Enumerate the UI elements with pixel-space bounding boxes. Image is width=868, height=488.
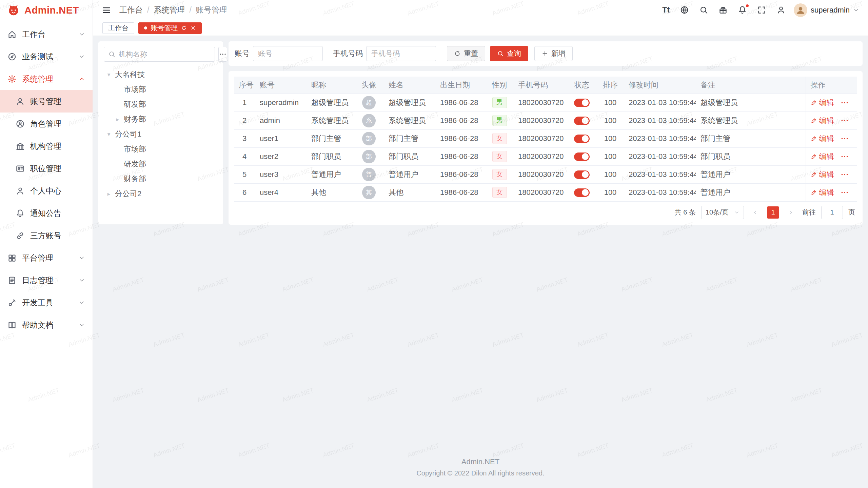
row-more-button[interactable] [840, 170, 849, 179]
reset-button[interactable]: 重置 [447, 46, 485, 61]
column-header: 昵称 [307, 77, 354, 94]
tree-row[interactable]: 市场部 [113, 142, 218, 157]
column-header: 姓名 [384, 77, 435, 94]
tree-row[interactable]: 研发部 [113, 157, 218, 171]
org-search-input[interactable] [119, 50, 211, 58]
tab-refresh-icon[interactable] [181, 25, 187, 31]
tree-row[interactable]: ▾大名科技 [104, 67, 218, 82]
tree-row[interactable]: ▾分公司1 [104, 127, 218, 142]
page-number[interactable]: 1 [767, 206, 779, 219]
sidebar-item-gear[interactable]: 系统管理 [0, 68, 93, 90]
edit-button[interactable]: 编辑 [811, 169, 834, 180]
status-toggle[interactable] [574, 117, 590, 125]
tab-active[interactable]: 账号管理 [138, 22, 202, 34]
tab-item[interactable]: 工作台 [102, 22, 134, 34]
cell-sort: 100 [597, 111, 624, 129]
cell-actions: 编辑 [806, 165, 857, 183]
tree-node-label: 大名科技 [115, 69, 145, 80]
row-actions: 编辑 [811, 116, 853, 126]
sidebar-item-role[interactable]: 角色管理 [0, 113, 93, 135]
username: superadmin [811, 6, 850, 15]
cell-index: 5 [234, 165, 255, 183]
cell-gender: 男 [486, 94, 513, 111]
tree-caret-icon[interactable]: ▸ [105, 190, 113, 198]
status-toggle[interactable] [574, 152, 590, 161]
tree-caret-icon[interactable]: ▸ [114, 116, 121, 123]
edit-button[interactable]: 编辑 [811, 134, 834, 144]
sidebar-item-book[interactable]: 帮助文档 [0, 314, 93, 336]
tree-node: ▾大名科技市场部研发部▸财务部 [104, 67, 218, 127]
row-actions: 编辑 [811, 134, 853, 144]
tree-node: ▸财务部 [113, 112, 218, 127]
tree-row[interactable]: 财务部 [113, 171, 218, 186]
row-more-button[interactable] [840, 134, 849, 143]
status-toggle[interactable] [574, 170, 590, 179]
tab-close-icon[interactable] [190, 25, 196, 31]
prev-page-button[interactable] [749, 206, 762, 219]
sidebar-item-bank[interactable]: 机构管理 [0, 135, 93, 157]
search-icon[interactable] [699, 5, 708, 15]
edit-button[interactable]: 编辑 [811, 116, 834, 126]
tree-caret-icon[interactable]: ▾ [105, 131, 113, 138]
tree-row[interactable]: 研发部 [113, 97, 218, 112]
status-toggle[interactable] [574, 135, 590, 143]
tree-row[interactable]: ▸财务部 [113, 112, 218, 127]
org-more-button[interactable] [218, 47, 227, 62]
notification-icon[interactable] [738, 5, 747, 15]
locale-icon[interactable] [680, 5, 689, 15]
sidebar-item-tools[interactable]: 开发工具 [0, 291, 93, 314]
sidebar-item-compass[interactable]: 业务测试 [0, 45, 93, 68]
breadcrumb-item[interactable]: 系统管理 [154, 5, 185, 15]
next-page-button[interactable] [785, 206, 797, 219]
add-button[interactable]: 新增 [534, 46, 573, 61]
row-more-button[interactable] [840, 98, 849, 107]
content-row: ▾大名科技市场部研发部▸财务部▾分公司1市场部研发部财务部▸分公司2 账号 手机… [98, 41, 863, 225]
chevron-down-icon [734, 210, 739, 215]
cell-account: admin [255, 111, 307, 129]
compass-icon [7, 52, 17, 61]
tree-row[interactable]: 市场部 [113, 82, 218, 97]
sidebar-item-idcard[interactable]: 职位管理 [0, 157, 93, 180]
user-menu[interactable]: superadmin [794, 3, 859, 17]
search-icon [497, 50, 504, 57]
tree-row[interactable]: ▸分公司2 [104, 186, 218, 201]
sidebar-item-label: 开发工具 [22, 298, 53, 308]
status-toggle[interactable] [574, 188, 590, 197]
tree-caret-icon[interactable]: ▾ [105, 71, 113, 78]
breadcrumb: 工作台/系统管理/账号管理 [119, 5, 227, 15]
edit-label: 编辑 [819, 116, 834, 126]
goto-input[interactable] [821, 206, 843, 219]
sidebar-item-user[interactable]: 账号管理 [0, 90, 93, 113]
row-more-button[interactable] [840, 188, 849, 197]
row-more-button[interactable] [840, 152, 849, 161]
fullscreen-icon[interactable] [757, 5, 766, 15]
theme-icon[interactable] [718, 5, 728, 15]
sidebar-item-bell[interactable]: 通知公告 [0, 202, 93, 224]
sidebar-item-home[interactable]: 工作台 [0, 23, 93, 45]
sidebar-item-person[interactable]: 个人中心 [0, 180, 93, 202]
tree-node: 市场部 [113, 82, 218, 97]
row-more-button[interactable] [840, 116, 849, 125]
account-input[interactable] [253, 46, 323, 61]
search-button[interactable]: 查询 [490, 46, 528, 61]
profile-icon[interactable] [776, 5, 786, 15]
cell-actions: 编辑 [806, 111, 857, 129]
page-size-select[interactable]: 10条/页 [701, 206, 744, 219]
edit-button[interactable]: 编辑 [811, 187, 834, 198]
org-search[interactable] [104, 47, 215, 62]
hamburger-icon[interactable] [102, 5, 111, 15]
sidebar-item-grid[interactable]: 平台管理 [0, 247, 93, 269]
phone-input[interactable] [366, 46, 436, 61]
font-size-icon[interactable]: Tt [662, 5, 670, 15]
edit-button[interactable]: 编辑 [811, 151, 834, 162]
sidebar-item-label: 业务测试 [22, 52, 53, 62]
sidebar-item-link[interactable]: 三方账号 [0, 224, 93, 247]
breadcrumb-item[interactable]: 工作台 [119, 5, 143, 15]
cell-index: 6 [234, 183, 255, 201]
breadcrumb-item[interactable]: 账号管理 [196, 5, 227, 15]
sidebar-item-label: 个人中心 [30, 186, 61, 196]
edit-button[interactable]: 编辑 [811, 98, 834, 108]
status-toggle[interactable] [574, 99, 590, 107]
cell-sort: 100 [597, 147, 624, 165]
sidebar-item-doc[interactable]: 日志管理 [0, 269, 93, 291]
